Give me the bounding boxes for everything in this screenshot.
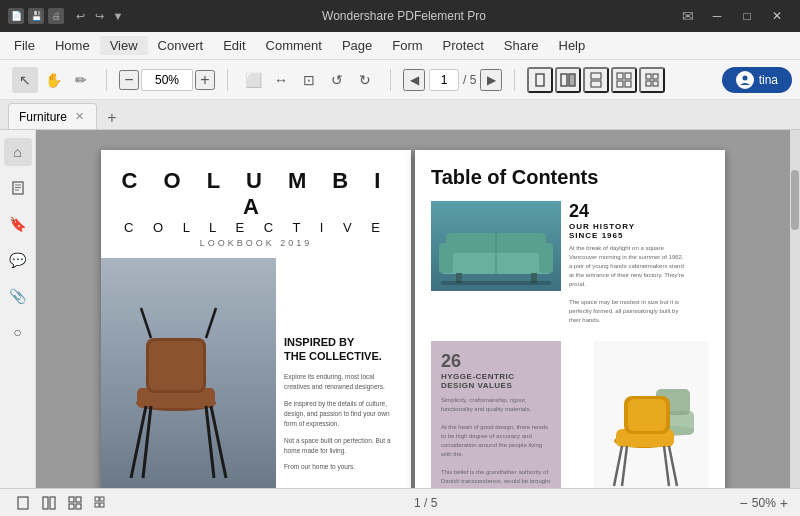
svg-rect-46 — [628, 399, 666, 431]
minimize-button[interactable]: ─ — [702, 0, 732, 32]
rotate-left-button[interactable]: ↺ — [324, 67, 350, 93]
toc-section-1-text: At the break of daylight on a square Van… — [569, 244, 684, 325]
close-button[interactable]: ✕ — [762, 0, 792, 32]
sidebar-tool-home[interactable]: ⌂ — [4, 138, 32, 166]
next-page-button[interactable]: ▶ — [480, 69, 502, 91]
svg-rect-54 — [50, 497, 55, 509]
mail-icon[interactable]: ✉ — [682, 8, 694, 24]
scrollbar-thumb[interactable] — [791, 170, 799, 230]
svg-rect-6 — [625, 73, 631, 79]
menu-file[interactable]: File — [4, 36, 45, 55]
toolbar-sep-3 — [390, 69, 391, 91]
title-bar-right: ✉ ─ □ ✕ — [682, 0, 792, 32]
svg-rect-9 — [646, 74, 651, 79]
status-right: − 50% + — [740, 495, 788, 511]
sidebar-tool-comments[interactable]: 💬 — [4, 246, 32, 274]
rotate-right-button[interactable]: ↻ — [352, 67, 378, 93]
menu-page[interactable]: Page — [332, 36, 382, 55]
toolbar-sep-4 — [514, 69, 515, 91]
menu-view[interactable]: View — [100, 36, 148, 55]
menu-comment[interactable]: Comment — [256, 36, 332, 55]
grid-icon — [616, 72, 632, 88]
grid-view-button[interactable] — [611, 67, 637, 93]
zoom-group: − 50% + — [115, 69, 219, 91]
menu-edit[interactable]: Edit — [213, 36, 255, 55]
svg-rect-12 — [653, 81, 658, 86]
toc-section-2-text: Simplicity, craftsmanship, rigour, funct… — [441, 396, 551, 488]
status-left — [12, 492, 112, 514]
yellow-chair-svg — [594, 341, 709, 488]
window-controls: ─ □ ✕ — [702, 0, 792, 32]
title-bar-left: 📄 💾 🖨 ↩ ↪ ▼ — [8, 8, 126, 24]
user-button[interactable]: tina — [722, 67, 792, 93]
page-nav: ◀ 1 / 5 ▶ — [399, 69, 506, 91]
full-page-button[interactable] — [639, 67, 665, 93]
document-view: C O L U M B I A C O L L E C T I V E LOOK… — [36, 130, 790, 488]
svg-rect-57 — [69, 504, 74, 509]
prev-page-button[interactable]: ◀ — [403, 69, 425, 91]
status-view-4[interactable] — [90, 492, 112, 514]
single-page-button[interactable] — [527, 67, 553, 93]
single-page-icon — [532, 72, 548, 88]
svg-rect-60 — [100, 497, 104, 501]
svg-rect-1 — [561, 74, 567, 86]
inspired-p2: Be inspired by the details of culture, d… — [284, 399, 399, 430]
zoom-out-button[interactable]: − — [119, 70, 139, 90]
title-bar: 📄 💾 🖨 ↩ ↪ ▼ Wondershare PDFelement Pro ✉… — [0, 0, 800, 32]
dropdown-icon[interactable]: ▼ — [110, 8, 126, 24]
undo-icon[interactable]: ↩ — [72, 8, 88, 24]
menu-home[interactable]: Home — [45, 36, 100, 55]
lookbook-subtitle: LOOKBOOK 2019 — [117, 238, 395, 248]
svg-rect-3 — [591, 73, 601, 79]
menu-protect[interactable]: Protect — [433, 36, 494, 55]
sidebar-tool-bookmarks[interactable]: 🔖 — [4, 210, 32, 238]
svg-rect-4 — [591, 81, 601, 87]
svg-rect-52 — [18, 497, 28, 509]
annotation-tool-button[interactable]: ✏ — [68, 67, 94, 93]
page-title-area: C O L U M B I A C O L L E C T I V E LOOK… — [101, 150, 411, 258]
two-page-button[interactable] — [555, 67, 581, 93]
toolbar: ↖ ✋ ✏ − 50% + ⬜ ↔ ⊡ ↺ ↻ ◀ 1 / 5 ▶ — [0, 60, 800, 100]
menu-share[interactable]: Share — [494, 36, 549, 55]
menu-form[interactable]: Form — [382, 36, 432, 55]
menu-help[interactable]: Help — [549, 36, 596, 55]
sidebar-tool-pages[interactable] — [4, 174, 32, 202]
zoom-in-button[interactable]: + — [195, 70, 215, 90]
svg-rect-7 — [617, 81, 623, 87]
toc-section-1-info: 24 OUR HISTORYSINCE 1965 At the break of… — [569, 201, 684, 325]
actual-size-button[interactable]: ⊡ — [296, 67, 322, 93]
select-tool-button[interactable]: ↖ — [12, 67, 38, 93]
fit-page-button[interactable]: ⬜ — [240, 67, 266, 93]
status-view-3[interactable] — [64, 492, 86, 514]
zoom-display[interactable]: 50% — [141, 69, 193, 91]
status-view-2[interactable] — [38, 492, 60, 514]
collective-title: C O L L E C T I V E — [117, 220, 395, 235]
sofa-svg — [431, 201, 561, 291]
hand-tool-button[interactable]: ✋ — [40, 67, 66, 93]
redo-icon[interactable]: ↪ — [91, 8, 107, 24]
scroll-icon — [588, 72, 604, 88]
scroll-view-button[interactable] — [583, 67, 609, 93]
toc-section-2: 26 HYGGE-CENTRICDESIGN VALUES Simplicity… — [431, 341, 709, 488]
page-input[interactable]: 1 — [429, 69, 459, 91]
status-zoom-plus[interactable]: + — [780, 495, 788, 511]
toc-section-2-right — [561, 341, 709, 488]
window-title: Wondershare PDFelement Pro — [126, 9, 682, 23]
fit-width-button[interactable]: ↔ — [268, 67, 294, 93]
maximize-button[interactable]: □ — [732, 0, 762, 32]
menu-convert[interactable]: Convert — [148, 36, 214, 55]
inspired-p1: Explore its enduring, most local creativ… — [284, 372, 399, 393]
main-area: ⌂ 🔖 💬 📎 ○ C O L U M B I A C O L L E C T … — [0, 130, 800, 488]
chair-svg — [101, 258, 276, 488]
toc-section-2-left: 26 HYGGE-CENTRICDESIGN VALUES Simplicity… — [431, 341, 561, 488]
sidebar-tool-attachments[interactable]: 📎 — [4, 282, 32, 310]
status-zoom-minus[interactable]: − — [740, 495, 748, 511]
status-view-1[interactable] — [12, 492, 34, 514]
svg-rect-62 — [100, 503, 104, 507]
sidebar-tool-circle[interactable]: ○ — [4, 318, 32, 346]
right-scrollbar[interactable] — [790, 130, 800, 488]
new-tab-button[interactable]: + — [101, 107, 123, 129]
chair-image — [101, 258, 276, 488]
tab-furniture[interactable]: Furniture ✕ — [8, 103, 97, 129]
tab-close-button[interactable]: ✕ — [73, 109, 86, 124]
